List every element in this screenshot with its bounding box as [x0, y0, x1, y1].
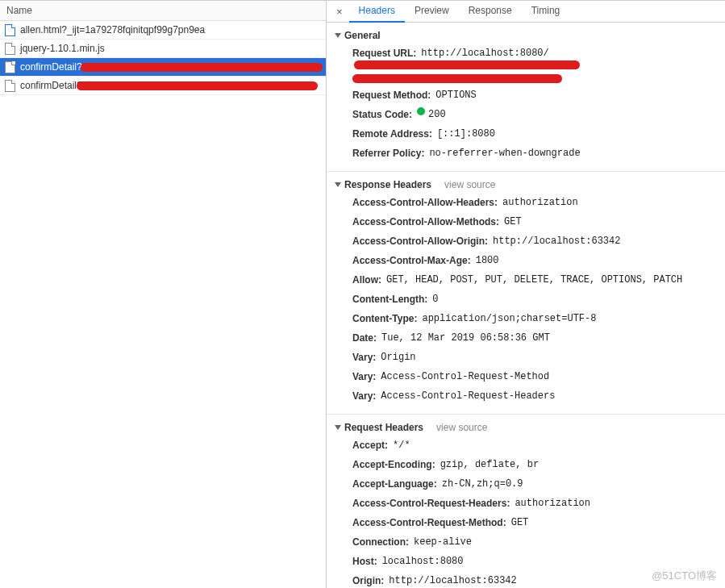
response-header-row: Vary:Access-Control-Request-Headers	[335, 386, 717, 406]
section-response-headers: Response Headers view source Access-Cont…	[335, 177, 717, 406]
kv-request-url: Request URL: http://localhost:8080/	[335, 44, 717, 72]
status-ok-icon	[417, 107, 425, 115]
watermark: @51CTO博客	[652, 569, 717, 583]
label: Remote Address:	[352, 127, 432, 141]
redaction-mark	[77, 81, 318, 90]
label: Access-Control-Request-Headers:	[352, 496, 510, 511]
value: 1800	[476, 253, 499, 268]
close-icon[interactable]: ×	[330, 6, 349, 18]
devtools-network-panel: Name allen.html?_ijt=1a79278fqinitqpf99g…	[0, 0, 725, 588]
value: */*	[393, 438, 410, 452]
section-title: General	[344, 30, 381, 41]
tab-preview[interactable]: Preview	[405, 1, 459, 23]
request-row[interactable]: allen.html?_ijt=1a79278fqinitqpf99g7pn9e…	[0, 21, 326, 40]
caret-down-icon	[335, 425, 341, 430]
kv-referrer-policy: Referrer Policy: no-referrer-when-downgr…	[335, 144, 717, 163]
value: [::1]:8080	[437, 127, 495, 141]
value: 0	[432, 292, 438, 307]
label: Content-Type:	[352, 311, 417, 326]
section-toggle-general[interactable]: General	[335, 27, 717, 44]
tab-headers[interactable]: Headers	[349, 1, 405, 23]
request-name: confirmDetail?	[20, 61, 82, 73]
label: Accept:	[352, 438, 388, 452]
view-source-link[interactable]: view source	[436, 422, 487, 433]
request-row[interactable]: confirmDetail?	[0, 58, 326, 77]
tab-response[interactable]: Response	[459, 1, 522, 23]
caret-down-icon	[335, 182, 341, 187]
request-header-row: Access-Control-Request-Headers:authoriza…	[335, 494, 717, 513]
request-list-panel: Name allen.html?_ijt=1a79278fqinitqpf99g…	[0, 1, 327, 588]
request-header-row: Accept-Language:zh-CN,zh;q=0.9	[335, 474, 717, 494]
label: Host:	[352, 554, 377, 569]
value: http://localhost:8080/	[421, 46, 548, 60]
request-list: allen.html?_ijt=1a79278fqinitqpf99g7pn9e…	[0, 21, 326, 588]
value: no-referrer-when-downgrade	[429, 146, 580, 161]
value: localhost:8080	[382, 554, 464, 569]
caret-down-icon	[335, 33, 341, 38]
value: Origin	[381, 350, 415, 365]
column-header-name[interactable]: Name	[0, 1, 326, 21]
request-header-row: Access-Control-Request-Method:GET	[335, 513, 717, 532]
view-source-link[interactable]: view source	[444, 179, 495, 190]
label: Origin:	[352, 573, 384, 588]
kv-remote-address: Remote Address: [::1]:8080	[335, 124, 717, 144]
value: Access-Control-Request-Headers	[381, 389, 555, 403]
divider	[327, 414, 725, 415]
label: Access-Control-Allow-Headers:	[352, 195, 498, 210]
response-header-row: Content-Length:0	[335, 290, 717, 309]
value: GET	[504, 215, 522, 229]
value: Tue, 12 Mar 2019 06:58:36 GMT	[381, 331, 550, 345]
label: Vary:	[352, 369, 376, 384]
label: Access-Control-Request-Method:	[352, 515, 506, 530]
request-header-row: Connection:keep-alive	[335, 532, 717, 552]
label: Vary:	[352, 350, 376, 365]
value: keep-alive	[414, 535, 472, 549]
section-title: Response Headers	[344, 179, 431, 190]
document-icon	[5, 61, 15, 73]
response-header-row: Vary:Access-Control-Request-Method	[335, 367, 717, 386]
kv-redacted-line	[335, 72, 717, 85]
label: Allow:	[352, 273, 381, 287]
kv-request-method: Request Method: OPTIONS	[335, 85, 717, 105]
value: authorization	[515, 496, 590, 511]
section-request-headers: Request Headers view source Accept:*/*Ac…	[335, 419, 717, 588]
document-icon	[5, 43, 15, 55]
label: Access-Control-Allow-Methods:	[352, 215, 499, 229]
value: gzip, deflate, br	[440, 457, 539, 472]
section-general: General Request URL: http://localhost:80…	[335, 27, 717, 163]
redaction-mark	[81, 63, 323, 72]
request-header-row: Accept-Encoding:gzip, deflate, br	[335, 455, 717, 474]
redaction-mark	[354, 60, 580, 69]
value: application/json;charset=UTF-8	[422, 311, 596, 326]
redaction-mark	[352, 74, 562, 83]
section-title: Request Headers	[344, 422, 423, 433]
section-toggle-request-headers[interactable]: Request Headers view source	[335, 419, 717, 436]
label: Status Code:	[352, 107, 412, 122]
label: Access-Control-Allow-Origin:	[352, 234, 488, 248]
request-row[interactable]: confirmDetail?	[0, 77, 326, 95]
response-header-row: Date:Tue, 12 Mar 2019 06:58:36 GMT	[335, 328, 717, 348]
value: authorization	[502, 195, 578, 210]
label: Date:	[352, 331, 377, 345]
request-row[interactable]: jquery-1.10.1.min.js	[0, 40, 326, 58]
headers-view: General Request URL: http://localhost:80…	[327, 23, 725, 588]
section-toggle-response-headers[interactable]: Response Headers view source	[335, 177, 717, 193]
request-name: confirmDetail?	[20, 80, 82, 91]
value: http://localhost:63342	[493, 234, 620, 248]
response-header-row: Access-Control-Max-Age:1800	[335, 251, 717, 270]
request-name: allen.html?_ijt=1a79278fqinitqpf99g7pn9e…	[20, 24, 205, 35]
label: Accept-Language:	[352, 477, 437, 491]
tab-timing[interactable]: Timing	[522, 1, 570, 23]
label: Referrer Policy:	[352, 146, 424, 161]
response-header-row: Access-Control-Allow-Origin:http://local…	[335, 231, 717, 251]
value: GET, HEAD, POST, PUT, DELETE, TRACE, OPT…	[386, 273, 682, 287]
label: Content-Length:	[352, 292, 427, 307]
label: Request URL:	[352, 46, 416, 60]
kv-status-code: Status Code: 200	[335, 105, 717, 124]
label: Request Method:	[352, 88, 431, 102]
response-header-row: Allow:GET, HEAD, POST, PUT, DELETE, TRAC…	[335, 270, 717, 290]
value: OPTIONS	[435, 88, 476, 102]
label: Access-Control-Max-Age:	[352, 253, 471, 268]
response-header-row: Access-Control-Allow-Methods:GET	[335, 212, 717, 231]
label: Connection:	[352, 535, 409, 549]
